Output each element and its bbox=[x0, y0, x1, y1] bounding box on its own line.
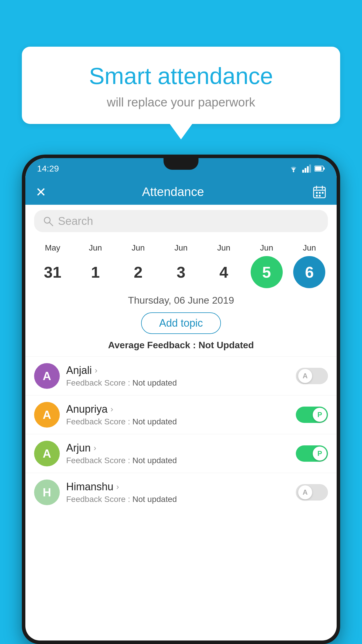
student-list: AAnjali ›Feedback Score : Not updatedAAA… bbox=[25, 356, 337, 512]
toggle-thumb-2: P bbox=[313, 447, 327, 461]
attendance-toggle-1[interactable]: P bbox=[296, 407, 328, 423]
student-info-3: Himanshu ›Feedback Score : Not updated bbox=[66, 481, 289, 504]
chevron-icon: › bbox=[110, 405, 113, 414]
student-feedback-3: Feedback Score : Not updated bbox=[66, 495, 289, 504]
avg-feedback-value: Not Updated bbox=[198, 340, 254, 350]
svg-rect-14 bbox=[322, 192, 324, 194]
svg-rect-13 bbox=[319, 192, 321, 194]
cal-date: 31 bbox=[36, 256, 68, 288]
svg-point-0 bbox=[293, 171, 294, 172]
svg-rect-16 bbox=[319, 195, 321, 197]
phone-frame: 14:29 bbox=[22, 155, 340, 644]
calendar-day-6[interactable]: Jun6 bbox=[290, 243, 328, 288]
cal-month: Jun bbox=[217, 243, 230, 253]
student-feedback-2: Feedback Score : Not updated bbox=[66, 456, 289, 465]
toggle-thumb-3: A bbox=[298, 485, 312, 499]
svg-rect-12 bbox=[316, 192, 318, 194]
speech-bubble: Smart attendance will replace your paper… bbox=[22, 47, 340, 124]
student-info-2: Arjun ›Feedback Score : Not updated bbox=[66, 442, 289, 465]
selected-date-label: Thursday, 06 June 2019 bbox=[25, 288, 337, 309]
headline: Smart attendance bbox=[39, 63, 323, 90]
calendar-icon[interactable] bbox=[312, 185, 326, 199]
svg-line-18 bbox=[50, 223, 53, 226]
cal-month: Jun bbox=[174, 243, 187, 253]
student-item-3[interactable]: HHimanshu ›Feedback Score : Not updatedA bbox=[25, 473, 337, 512]
status-time: 14:29 bbox=[37, 164, 59, 174]
status-bar: 14:29 bbox=[25, 158, 337, 179]
calendar-day-0[interactable]: May31 bbox=[34, 243, 71, 288]
close-button[interactable]: ✕ bbox=[36, 185, 46, 200]
cal-date: 1 bbox=[79, 256, 111, 288]
avatar-3: H bbox=[34, 480, 60, 505]
search-container: Search bbox=[25, 205, 337, 237]
student-item-2[interactable]: AArjun ›Feedback Score : Not updatedP bbox=[25, 434, 337, 473]
student-item-1[interactable]: AAnupriya ›Feedback Score : Not updatedP bbox=[25, 395, 337, 434]
cal-date: 6 bbox=[293, 256, 325, 288]
student-name-0: Anjali › bbox=[66, 364, 289, 377]
calendar-strip: May31Jun1Jun2Jun3Jun4Jun5Jun6 bbox=[25, 237, 337, 288]
search-icon bbox=[43, 216, 53, 226]
svg-rect-15 bbox=[316, 195, 318, 197]
svg-rect-2 bbox=[305, 168, 306, 173]
svg-rect-4 bbox=[309, 164, 311, 173]
student-name-2: Arjun › bbox=[66, 442, 289, 454]
calendar-day-3[interactable]: Jun3 bbox=[162, 243, 200, 288]
speech-bubble-container: Smart attendance will replace your paper… bbox=[22, 47, 340, 139]
chevron-icon: › bbox=[94, 443, 96, 453]
student-feedback-0: Feedback Score : Not updated bbox=[66, 378, 289, 388]
svg-rect-1 bbox=[302, 170, 304, 173]
notch bbox=[164, 158, 198, 170]
cal-month: May bbox=[45, 243, 60, 253]
svg-rect-3 bbox=[307, 166, 309, 173]
app-bar: ✕ Attendance bbox=[25, 179, 337, 205]
cal-month: Jun bbox=[303, 243, 316, 253]
cal-month: Jun bbox=[89, 243, 102, 253]
attendance-toggle-3[interactable]: A bbox=[296, 484, 328, 501]
svg-rect-7 bbox=[324, 167, 325, 170]
student-name-1: Anupriya › bbox=[66, 403, 289, 415]
student-info-0: Anjali ›Feedback Score : Not updated bbox=[66, 364, 289, 388]
avatar-2: A bbox=[34, 441, 60, 466]
toggle-thumb-0: A bbox=[298, 369, 312, 383]
status-icons bbox=[288, 164, 325, 173]
avg-feedback-label: Average Feedback : bbox=[108, 340, 198, 350]
cal-month: Jun bbox=[132, 243, 145, 253]
student-info-1: Anupriya ›Feedback Score : Not updated bbox=[66, 403, 289, 426]
student-feedback-1: Feedback Score : Not updated bbox=[66, 417, 289, 426]
calendar-day-1[interactable]: Jun1 bbox=[76, 243, 114, 288]
attendance-toggle-2[interactable]: P bbox=[296, 445, 328, 462]
speech-bubble-arrow bbox=[169, 123, 193, 139]
cal-month: Jun bbox=[260, 243, 273, 253]
calendar-day-4[interactable]: Jun4 bbox=[205, 243, 243, 288]
app-bar-title: Attendance bbox=[46, 185, 300, 199]
avatar-0: A bbox=[34, 363, 60, 389]
add-topic-button[interactable]: Add topic bbox=[141, 312, 221, 334]
attendance-toggle-0[interactable]: A bbox=[296, 368, 328, 384]
search-bar[interactable]: Search bbox=[34, 210, 328, 232]
calendar-day-5[interactable]: Jun5 bbox=[248, 243, 286, 288]
svg-rect-6 bbox=[315, 167, 321, 171]
student-name-3: Himanshu › bbox=[66, 481, 289, 493]
average-feedback: Average Feedback : Not Updated bbox=[25, 340, 337, 356]
cal-date: 4 bbox=[208, 256, 240, 288]
search-input-placeholder: Search bbox=[58, 215, 93, 228]
battery-icon bbox=[314, 165, 325, 172]
add-topic-container: Add topic bbox=[25, 309, 337, 340]
chevron-icon: › bbox=[116, 482, 119, 491]
cal-date: 2 bbox=[122, 256, 154, 288]
student-item-0[interactable]: AAnjali ›Feedback Score : Not updatedA bbox=[25, 356, 337, 395]
signal-icon bbox=[302, 164, 311, 173]
toggle-thumb-1: P bbox=[313, 408, 327, 422]
subtext: will replace your paperwork bbox=[39, 95, 323, 109]
wifi-icon bbox=[288, 164, 299, 173]
cal-date: 3 bbox=[165, 256, 197, 288]
avatar-1: A bbox=[34, 402, 60, 428]
chevron-icon: › bbox=[95, 366, 97, 375]
calendar-day-2[interactable]: Jun2 bbox=[119, 243, 157, 288]
phone-screen: 14:29 bbox=[25, 158, 337, 640]
cal-date: 5 bbox=[251, 256, 283, 288]
